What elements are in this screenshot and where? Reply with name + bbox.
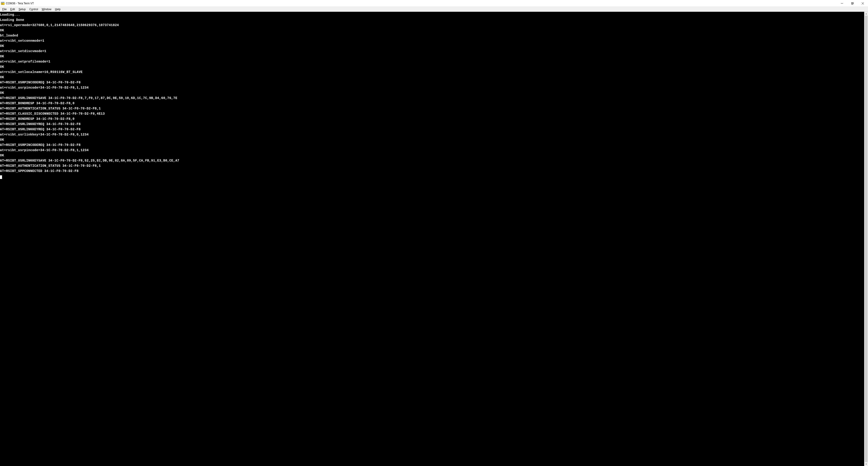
svg-marker-9	[866, 13, 867, 14]
terminal-line: AT+RSIBT_AUTHENTICATION_STATUS 34-1C-F0-…	[0, 106, 864, 111]
terminal-line: AT+RSIBT_USRPINCODEREQ 34-1C-F0-70-D2-F8	[0, 143, 864, 148]
svg-rect-5	[851, 3, 853, 4]
menu-item-edit[interactable]: Edit	[8, 7, 17, 11]
terminal-line: OK	[0, 75, 864, 80]
terminal-line: at+rsi_opermode=327680,0,1,2147483648,21…	[0, 23, 864, 28]
terminal-line: OK	[0, 137, 864, 143]
cursor-icon	[0, 175, 2, 179]
scroll-down-arrow-icon[interactable]	[864, 462, 868, 466]
scroll-up-arrow-icon[interactable]	[864, 12, 868, 16]
menu-item-control[interactable]: Control	[27, 7, 40, 11]
maximize-button[interactable]	[847, 0, 858, 6]
terminal-line: AT+RSIBT_BONDRESP 34-1C-F0-70-D2-F8,0	[0, 116, 864, 122]
terminal-line: at+rsibt_usrpincode=34-1C-F0-70-D2-F8,1,…	[0, 148, 864, 153]
terminal-line: AT+RSIBT_BONDRESP 34-1C-F0-70-D2-F8,0	[0, 101, 864, 106]
menubar: FileEditSetupControlWindowHelp	[0, 7, 868, 12]
terminal-line: OK	[0, 64, 864, 69]
terminal-cursor-line	[0, 174, 864, 179]
menu-item-window[interactable]: Window	[40, 7, 53, 11]
terminal-line: OK	[0, 153, 864, 158]
terminal-line: at+rsibt_setlocalname=16,RS9116W_BT_SLAV…	[0, 69, 864, 75]
terminal-line: Loading...	[0, 12, 864, 18]
terminal-line: AT+RSIBT_USRLINKKEYREQ 34-1C-F0-70-D2-F8	[0, 127, 864, 132]
terminal-line: AT+RSIBT_USRPINCODEREQ 34-1C-F0-70-D2-F8	[0, 80, 864, 85]
terminal-line: AT+RSIBT_USRLINKKEYSAVE 34-1C-F0-70-D2-F…	[0, 158, 864, 163]
terminal-line: AT+RSIBT_USRLINKKEYREQ 34-1C-F0-70-D2-F8	[0, 122, 864, 127]
svg-rect-6	[852, 2, 854, 4]
terminal-line: AT+RSIBT_CLASSIC_DISCONNECTED 34-1C-F0-7…	[0, 111, 864, 116]
menu-item-file[interactable]: File	[0, 7, 8, 11]
vertical-scrollbar[interactable]	[864, 12, 868, 466]
terminal-line: bt_loaded	[0, 33, 864, 38]
terminal-line: at+rsibt_setdiscvmode=1	[0, 49, 864, 54]
terminal-wrap: Loading...Loading Doneat+rsi_opermode=32…	[0, 12, 868, 466]
terminal-line: AT+RSIBT_SPPCONNECTED 34-1C-F0-70-D2-F8	[0, 169, 864, 174]
terminal-line: at+rsibt_setconnmode=1	[0, 38, 864, 43]
svg-rect-3	[2, 4, 3, 4]
terminal-line: OK	[0, 43, 864, 49]
close-button[interactable]	[858, 0, 868, 6]
terminal-line: at+rsibt_usrpincode=34-1C-F0-70-D2-F8,1,…	[0, 85, 864, 90]
scroll-thumb[interactable]	[865, 16, 868, 462]
terminal-line: OK	[0, 90, 864, 96]
terminal-line: AT+RSIBT_USRLINKKEYSAVE 34-1C-F0-70-D2-F…	[0, 96, 864, 101]
terminal-line: OK	[0, 54, 864, 59]
svg-rect-4	[841, 3, 843, 3]
svg-marker-10	[866, 464, 867, 465]
titlebar[interactable]: COM36 - Tera Term VT	[0, 0, 868, 7]
terminal-line: at+rsibt_setprofilemode=1	[0, 59, 864, 64]
svg-rect-2	[2, 3, 2, 4]
terminal-line: AT+RSIBT_AUTHENTICATION_STATUS 34-1C-F0-…	[0, 163, 864, 169]
scroll-track[interactable]	[864, 16, 868, 462]
svg-rect-1	[1, 2, 4, 3]
terminal-line: OK	[0, 28, 864, 33]
terminal-line: at+rsibt_usrlinkkey=34-1C-F0-70-D2-F8,0,…	[0, 132, 864, 137]
window-controls	[837, 0, 868, 6]
menu-item-setup[interactable]: Setup	[17, 7, 27, 11]
window-title: COM36 - Tera Term VT	[6, 2, 34, 5]
terminal-line: Loading Done	[0, 18, 864, 23]
app-icon	[1, 2, 4, 5]
menu-item-help[interactable]: Help	[53, 7, 62, 11]
minimize-button[interactable]	[837, 0, 847, 6]
terminal[interactable]: Loading...Loading Doneat+rsi_opermode=32…	[0, 12, 864, 466]
